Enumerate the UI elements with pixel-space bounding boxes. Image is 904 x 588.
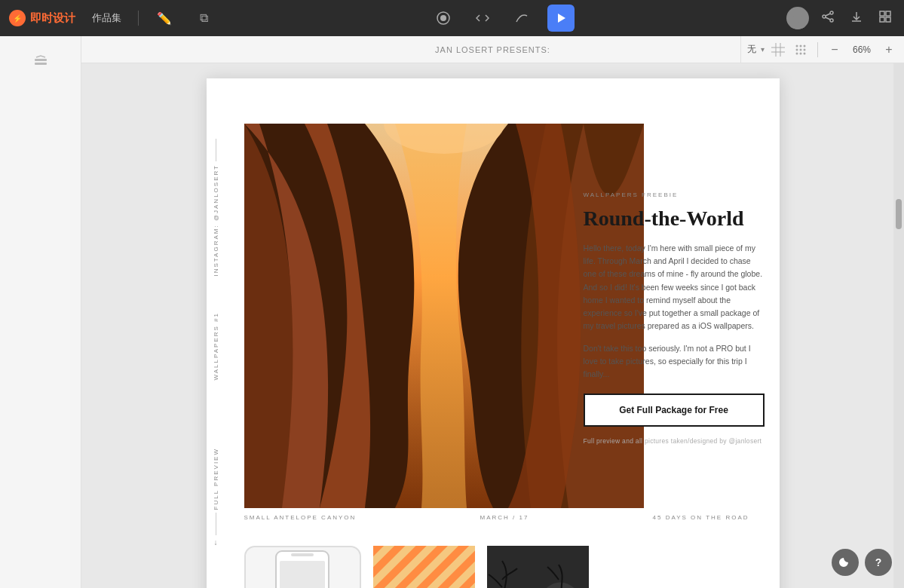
zoom-level: 66%: [848, 44, 875, 55]
svg-point-22: [800, 44, 802, 47]
help-icon: ?: [875, 556, 882, 568]
svg-rect-11: [880, 11, 884, 16]
svg-rect-15: [35, 59, 47, 61]
svg-rect-41: [487, 546, 589, 588]
instagram-label: INSTAGRAM: @JANLOSERT: [213, 164, 219, 277]
copy-icon-btn[interactable]: ⧉: [190, 5, 217, 32]
svg-point-3: [793, 12, 802, 21]
svg-rect-40: [373, 546, 475, 588]
svg-point-4: [790, 22, 805, 29]
svg-point-23: [804, 44, 806, 47]
dot-grid-icon[interactable]: [792, 41, 810, 59]
phone-svg: [272, 550, 332, 588]
wallpapers-label-group: WALLPAPERS #1: [213, 312, 219, 380]
user-avatar[interactable]: [786, 7, 809, 29]
full-preview-label-group: FULL PREVIEW ↓: [213, 448, 219, 547]
app-name: 即时设计: [30, 11, 75, 26]
wallpapers-label: WALLPAPERS #1: [213, 312, 219, 380]
scrollbar-thumb[interactable]: [896, 199, 902, 229]
comment-icon-btn[interactable]: [430, 5, 457, 32]
play-icon-btn[interactable]: [547, 5, 575, 32]
zoom-controls: 无 ▾ − 66% +: [740, 36, 904, 63]
navbar: ⚡ 即时设计 作品集 ✏️ ⧉: [0, 0, 904, 36]
hatch-grid-icon[interactable]: [769, 41, 787, 59]
top-bar: JAN LOSERT PRESENTS: 无 ▾ − 66% +: [81, 36, 904, 63]
layers-icon[interactable]: [27, 48, 54, 75]
canvas-scroll-content[interactable]: INSTAGRAM: @JANLOSERT WALLPAPERS #1 FULL…: [81, 63, 904, 588]
location-label: SMALL ANTELOPE CANYON: [244, 514, 357, 521]
dark-landscape-thumb: [487, 546, 589, 588]
navbar-center: [229, 5, 774, 32]
svg-point-25: [800, 48, 802, 51]
instagram-label-group: INSTAGRAM: @JANLOSERT: [213, 139, 219, 277]
grid-none-chevron[interactable]: ▾: [761, 45, 765, 54]
svg-point-1: [440, 15, 446, 21]
path-icon-btn[interactable]: [508, 5, 535, 32]
svg-rect-33: [291, 553, 314, 556]
nav-portfolio[interactable]: 作品集: [87, 8, 126, 28]
svg-line-9: [826, 17, 830, 20]
svg-marker-2: [558, 14, 565, 23]
svg-rect-16: [35, 63, 47, 65]
zoom-divider: [817, 42, 818, 57]
svg-rect-14: [886, 17, 890, 22]
app-logo[interactable]: ⚡ 即时设计: [9, 10, 75, 26]
edit-icon-btn[interactable]: ✏️: [151, 5, 178, 32]
bottom-thumbnails: [244, 546, 589, 588]
svg-point-29: [804, 52, 806, 54]
article-footer: Full preview and all pictures taken/desi…: [584, 437, 765, 445]
svg-point-5: [830, 11, 833, 14]
article-body-2: Don't take this too seriously. I'm not a…: [584, 342, 765, 381]
presenter-text: JAN LOSERT PRESENTS:: [435, 45, 550, 54]
article-panel: WALLPAPERS FREEBIE Round-the-World Hello…: [584, 78, 765, 445]
zoom-in-button[interactable]: +: [880, 41, 898, 59]
down-arrow-icon: ↓: [214, 538, 218, 547]
design-canvas: INSTAGRAM: @JANLOSERT WALLPAPERS #1 FULL…: [207, 78, 780, 588]
grid-none-label[interactable]: 无: [747, 43, 756, 56]
svg-rect-12: [886, 11, 890, 16]
dark-landscape-svg: [487, 546, 589, 588]
article-body-1: Hello there, today I'm here with small p…: [584, 242, 765, 333]
canvas-area[interactable]: JAN LOSERT PRESENTS: 无 ▾ − 66% +: [81, 36, 904, 588]
nav-divider-1: [138, 11, 139, 26]
category-label: WALLPAPERS FREEBIE: [584, 191, 765, 198]
layout-icon[interactable]: [875, 7, 895, 29]
phone-mockup: [244, 546, 361, 588]
dark-mode-button[interactable]: [832, 549, 859, 576]
navbar-right: [786, 7, 895, 29]
left-sidebar: [0, 36, 81, 588]
svg-point-21: [796, 44, 798, 47]
logo-icon: ⚡: [9, 10, 26, 26]
date-label: MARCH / 17: [356, 514, 652, 521]
share-icon[interactable]: [818, 7, 838, 29]
svg-point-24: [796, 48, 798, 51]
svg-point-28: [800, 52, 802, 54]
orange-stripes-svg: [373, 546, 475, 588]
article-title: Round-the-World: [584, 206, 765, 231]
download-icon[interactable]: [847, 7, 866, 29]
svg-line-8: [826, 14, 830, 16]
bottom-right-controls: ?: [832, 549, 892, 576]
label-line-top-insta: [216, 139, 216, 161]
svg-point-26: [804, 48, 806, 51]
scrollbar-track[interactable]: [893, 63, 904, 588]
zoom-out-button[interactable]: −: [826, 41, 844, 59]
svg-point-27: [796, 52, 798, 54]
svg-rect-35: [280, 561, 325, 588]
cta-button[interactable]: Get Full Package for Free: [584, 394, 765, 427]
svg-point-7: [830, 19, 833, 22]
orange-stripes-thumb: [373, 546, 475, 588]
full-preview-label: FULL PREVIEW: [213, 448, 219, 510]
days-label: 45 DAYS ON THE ROAD: [653, 514, 749, 521]
code-icon-btn[interactable]: [469, 5, 496, 32]
svg-point-6: [823, 15, 826, 18]
label-line-bottom-preview: [216, 513, 216, 535]
main-layout: JAN LOSERT PRESENTS: 无 ▾ − 66% +: [0, 36, 904, 588]
bottom-labels-row: SMALL ANTELOPE CANYON MARCH / 17 45 DAYS…: [244, 514, 749, 521]
svg-rect-13: [880, 17, 884, 22]
help-button[interactable]: ?: [865, 549, 892, 576]
